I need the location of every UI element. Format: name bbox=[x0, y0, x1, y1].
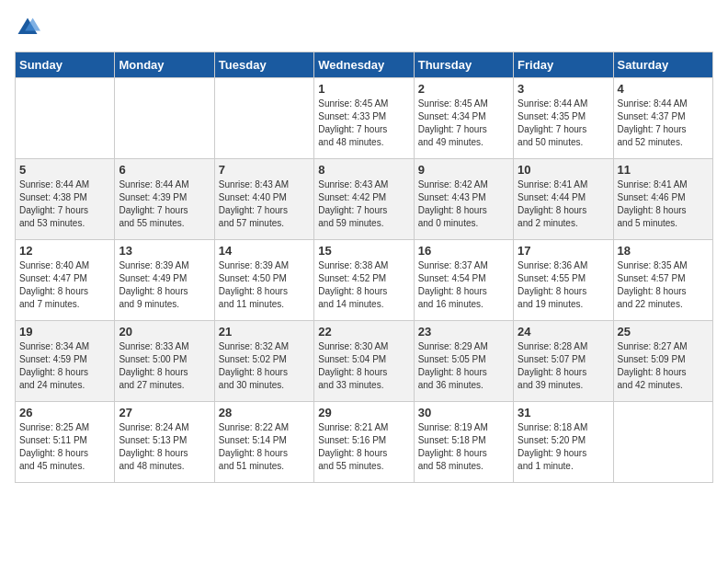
day-info: Sunrise: 8:41 AM Sunset: 4:44 PM Dayligh… bbox=[518, 178, 609, 230]
day-number: 23 bbox=[418, 325, 509, 339]
calendar-cell: 23Sunrise: 8:29 AM Sunset: 5:05 PM Dayli… bbox=[414, 321, 513, 402]
calendar-cell: 11Sunrise: 8:41 AM Sunset: 4:46 PM Dayli… bbox=[613, 159, 712, 240]
day-info: Sunrise: 8:21 AM Sunset: 5:16 PM Dayligh… bbox=[318, 421, 409, 473]
calendar-cell: 24Sunrise: 8:28 AM Sunset: 5:07 PM Dayli… bbox=[514, 321, 613, 402]
calendar-week-row: 19Sunrise: 8:34 AM Sunset: 4:59 PM Dayli… bbox=[16, 321, 713, 402]
calendar-cell: 16Sunrise: 8:37 AM Sunset: 4:54 PM Dayli… bbox=[414, 240, 513, 321]
calendar-cell bbox=[214, 78, 313, 159]
day-info: Sunrise: 8:33 AM Sunset: 5:00 PM Dayligh… bbox=[119, 340, 210, 392]
day-info: Sunrise: 8:37 AM Sunset: 4:54 PM Dayligh… bbox=[418, 259, 509, 311]
header-day-monday: Monday bbox=[115, 52, 214, 78]
day-info: Sunrise: 8:44 AM Sunset: 4:37 PM Dayligh… bbox=[618, 98, 709, 149]
day-number: 28 bbox=[219, 406, 310, 419]
day-number: 30 bbox=[418, 406, 509, 419]
calendar-cell: 29Sunrise: 8:21 AM Sunset: 5:16 PM Dayli… bbox=[314, 402, 414, 483]
calendar-cell: 9Sunrise: 8:42 AM Sunset: 4:43 PM Daylig… bbox=[414, 159, 513, 240]
calendar-cell: 25Sunrise: 8:27 AM Sunset: 5:09 PM Dayli… bbox=[613, 321, 712, 402]
day-number: 13 bbox=[119, 244, 210, 258]
day-number: 25 bbox=[618, 325, 709, 339]
day-number: 11 bbox=[618, 163, 709, 177]
calendar-cell: 12Sunrise: 8:40 AM Sunset: 4:47 PM Dayli… bbox=[16, 240, 115, 321]
day-number: 21 bbox=[219, 325, 310, 339]
day-info: Sunrise: 8:39 AM Sunset: 4:49 PM Dayligh… bbox=[119, 259, 210, 311]
day-info: Sunrise: 8:43 AM Sunset: 4:42 PM Dayligh… bbox=[318, 178, 409, 230]
day-info: Sunrise: 8:39 AM Sunset: 4:50 PM Dayligh… bbox=[219, 259, 310, 311]
calendar-cell: 7Sunrise: 8:43 AM Sunset: 4:40 PM Daylig… bbox=[214, 159, 313, 240]
day-number: 12 bbox=[19, 244, 110, 258]
calendar-week-row: 12Sunrise: 8:40 AM Sunset: 4:47 PM Dayli… bbox=[16, 240, 713, 321]
calendar-cell: 10Sunrise: 8:41 AM Sunset: 4:44 PM Dayli… bbox=[514, 159, 613, 240]
header-day-tuesday: Tuesday bbox=[214, 52, 313, 78]
day-info: Sunrise: 8:44 AM Sunset: 4:39 PM Dayligh… bbox=[119, 178, 210, 230]
calendar-cell bbox=[613, 402, 712, 483]
day-info: Sunrise: 8:22 AM Sunset: 5:14 PM Dayligh… bbox=[219, 421, 310, 473]
header-day-friday: Friday bbox=[514, 52, 613, 78]
day-number: 19 bbox=[19, 325, 110, 339]
header-day-sunday: Sunday bbox=[16, 52, 115, 78]
day-number: 27 bbox=[119, 406, 210, 419]
day-number: 6 bbox=[119, 163, 210, 177]
calendar-cell: 30Sunrise: 8:19 AM Sunset: 5:18 PM Dayli… bbox=[414, 402, 513, 483]
calendar-cell: 13Sunrise: 8:39 AM Sunset: 4:49 PM Dayli… bbox=[115, 240, 214, 321]
header-day-thursday: Thursday bbox=[414, 52, 513, 78]
day-info: Sunrise: 8:35 AM Sunset: 4:57 PM Dayligh… bbox=[618, 259, 709, 311]
day-number: 24 bbox=[518, 325, 609, 339]
day-number: 20 bbox=[119, 325, 210, 339]
day-info: Sunrise: 8:45 AM Sunset: 4:33 PM Dayligh… bbox=[318, 98, 409, 149]
calendar-cell: 17Sunrise: 8:36 AM Sunset: 4:55 PM Dayli… bbox=[514, 240, 613, 321]
day-number: 3 bbox=[518, 82, 609, 96]
day-info: Sunrise: 8:18 AM Sunset: 5:20 PM Dayligh… bbox=[518, 421, 609, 473]
calendar-cell: 15Sunrise: 8:38 AM Sunset: 4:52 PM Dayli… bbox=[314, 240, 414, 321]
day-info: Sunrise: 8:42 AM Sunset: 4:43 PM Dayligh… bbox=[418, 178, 509, 230]
day-number: 18 bbox=[618, 244, 709, 258]
calendar-cell: 6Sunrise: 8:44 AM Sunset: 4:39 PM Daylig… bbox=[115, 159, 214, 240]
day-info: Sunrise: 8:36 AM Sunset: 4:55 PM Dayligh… bbox=[518, 259, 609, 311]
day-number: 8 bbox=[318, 163, 409, 177]
calendar-cell: 31Sunrise: 8:18 AM Sunset: 5:20 PM Dayli… bbox=[514, 402, 613, 483]
calendar-cell: 18Sunrise: 8:35 AM Sunset: 4:57 PM Dayli… bbox=[613, 240, 712, 321]
calendar-cell: 27Sunrise: 8:24 AM Sunset: 5:13 PM Dayli… bbox=[115, 402, 214, 483]
day-number: 2 bbox=[418, 82, 509, 96]
day-number: 31 bbox=[518, 406, 609, 419]
day-info: Sunrise: 8:34 AM Sunset: 4:59 PM Dayligh… bbox=[19, 340, 110, 392]
header-day-wednesday: Wednesday bbox=[314, 52, 414, 78]
day-number: 26 bbox=[19, 406, 110, 419]
day-number: 17 bbox=[518, 244, 609, 258]
day-number: 1 bbox=[318, 82, 409, 96]
header bbox=[15, 15, 713, 40]
logo-icon bbox=[15, 15, 40, 40]
day-info: Sunrise: 8:28 AM Sunset: 5:07 PM Dayligh… bbox=[518, 340, 609, 392]
day-number: 22 bbox=[318, 325, 409, 339]
calendar-cell: 20Sunrise: 8:33 AM Sunset: 5:00 PM Dayli… bbox=[115, 321, 214, 402]
calendar-cell: 5Sunrise: 8:44 AM Sunset: 4:38 PM Daylig… bbox=[16, 159, 115, 240]
header-day-saturday: Saturday bbox=[613, 52, 712, 78]
calendar-cell: 26Sunrise: 8:25 AM Sunset: 5:11 PM Dayli… bbox=[16, 402, 115, 483]
calendar-cell: 8Sunrise: 8:43 AM Sunset: 4:42 PM Daylig… bbox=[314, 159, 414, 240]
day-info: Sunrise: 8:43 AM Sunset: 4:40 PM Dayligh… bbox=[219, 178, 310, 230]
day-number: 10 bbox=[518, 163, 609, 177]
day-number: 7 bbox=[219, 163, 310, 177]
day-info: Sunrise: 8:38 AM Sunset: 4:52 PM Dayligh… bbox=[318, 259, 409, 311]
day-number: 14 bbox=[219, 244, 310, 258]
day-number: 4 bbox=[618, 82, 709, 96]
calendar-cell bbox=[115, 78, 214, 159]
calendar-table: SundayMondayTuesdayWednesdayThursdayFrid… bbox=[15, 52, 713, 483]
calendar-cell: 22Sunrise: 8:30 AM Sunset: 5:04 PM Dayli… bbox=[314, 321, 414, 402]
day-info: Sunrise: 8:19 AM Sunset: 5:18 PM Dayligh… bbox=[418, 421, 509, 473]
day-info: Sunrise: 8:32 AM Sunset: 5:02 PM Dayligh… bbox=[219, 340, 310, 392]
calendar-cell: 28Sunrise: 8:22 AM Sunset: 5:14 PM Dayli… bbox=[214, 402, 313, 483]
day-info: Sunrise: 8:24 AM Sunset: 5:13 PM Dayligh… bbox=[119, 421, 210, 473]
day-number: 15 bbox=[318, 244, 409, 258]
day-number: 16 bbox=[418, 244, 509, 258]
day-number: 9 bbox=[418, 163, 509, 177]
calendar-week-row: 5Sunrise: 8:44 AM Sunset: 4:38 PM Daylig… bbox=[16, 159, 713, 240]
calendar-week-row: 1Sunrise: 8:45 AM Sunset: 4:33 PM Daylig… bbox=[16, 78, 713, 159]
calendar-cell: 21Sunrise: 8:32 AM Sunset: 5:02 PM Dayli… bbox=[214, 321, 313, 402]
day-number: 29 bbox=[318, 406, 409, 419]
day-number: 5 bbox=[19, 163, 110, 177]
calendar-week-row: 26Sunrise: 8:25 AM Sunset: 5:11 PM Dayli… bbox=[16, 402, 713, 483]
calendar-cell: 4Sunrise: 8:44 AM Sunset: 4:37 PM Daylig… bbox=[613, 78, 712, 159]
calendar-cell: 3Sunrise: 8:44 AM Sunset: 4:35 PM Daylig… bbox=[514, 78, 613, 159]
calendar-cell: 19Sunrise: 8:34 AM Sunset: 4:59 PM Dayli… bbox=[16, 321, 115, 402]
calendar-cell: 14Sunrise: 8:39 AM Sunset: 4:50 PM Dayli… bbox=[214, 240, 313, 321]
